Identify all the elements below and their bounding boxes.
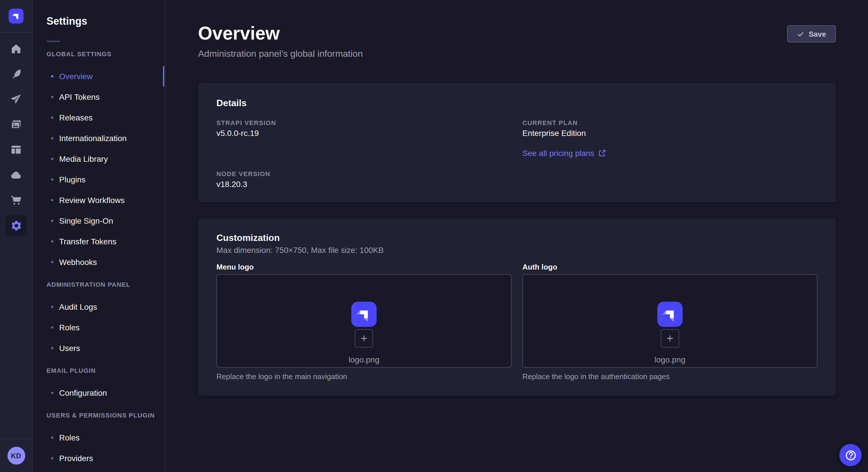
bullet-icon <box>51 220 53 222</box>
sidebar-item-single-sign-on[interactable]: Single Sign-On <box>33 210 165 231</box>
rail-divider-bottom <box>0 439 32 439</box>
bullet-icon <box>51 306 53 308</box>
sidebar-item-label: Media Library <box>59 154 108 164</box>
cloud-icon[interactable] <box>6 165 26 185</box>
bullet-icon <box>51 261 53 263</box>
sidebar-item-label: Internationalization <box>59 134 127 143</box>
auth-logo-add-button[interactable] <box>661 329 679 347</box>
auth-logo-preview <box>657 302 683 327</box>
sidebar-item-releases[interactable]: Releases <box>33 107 165 128</box>
sidebar-item-label: Releases <box>59 113 93 122</box>
section-label: EMAIL PLUGIN <box>46 365 165 376</box>
bullet-icon <box>51 347 53 349</box>
check-icon <box>797 30 804 38</box>
sidebar-item-transfer-tokens[interactable]: Transfer Tokens <box>33 231 165 252</box>
bullet-icon <box>51 75 53 77</box>
strapi-admin: KD Settings GLOBAL SETTINGS Overview API… <box>0 0 868 472</box>
marketplace-cart-icon[interactable] <box>6 190 26 210</box>
page-subtitle: Administration panel’s global informatio… <box>198 48 363 60</box>
field-value: v5.0.0-rc.19 <box>216 129 512 138</box>
section-administration-panel: ADMINISTRATION PANEL Audit Logs Roles Us… <box>33 279 165 359</box>
menu-logo-dropzone[interactable]: logo.png <box>216 274 512 368</box>
sidebar-item-label: Configuration <box>59 388 107 398</box>
sidebar-item-label: API Tokens <box>59 92 100 102</box>
bullet-icon <box>51 240 53 243</box>
sidebar-item-overview[interactable]: Overview <box>33 66 165 87</box>
auth-logo-filename: logo.png <box>654 356 685 364</box>
bullet-icon <box>51 199 53 201</box>
settings-subnav: Settings GLOBAL SETTINGS Overview API To… <box>33 0 165 472</box>
section-email-plugin: EMAIL PLUGIN Configuration <box>33 365 165 403</box>
media-library-images-icon[interactable] <box>6 114 26 135</box>
sidebar-item-api-tokens[interactable]: API Tokens <box>33 87 165 107</box>
main-nav-rail: KD <box>0 0 33 472</box>
section-label: ADMINISTRATION PANEL <box>46 279 165 290</box>
sidebar-item-review-workflows[interactable]: Review Workflows <box>33 190 165 210</box>
subnav-title: Settings <box>46 14 165 28</box>
sidebar-item-label: Roles <box>59 323 80 332</box>
sidebar-item-label: Overview <box>59 72 93 81</box>
menu-logo-label: Menu logo <box>216 263 512 271</box>
strapi-logo[interactable] <box>9 9 24 24</box>
sidebar-item-audit-logs[interactable]: Audit Logs <box>33 297 165 317</box>
help-button[interactable] <box>839 444 862 466</box>
sidebar-item-label: Roles <box>59 433 80 442</box>
bullet-icon <box>51 178 53 181</box>
sidebar-item-label: Transfer Tokens <box>59 237 116 246</box>
section-users-permissions-plugin: USERS & PERMISSIONS PLUGIN Roles Provide… <box>33 410 165 469</box>
details-card-title: Details <box>216 98 817 109</box>
sidebar-item-internationalization[interactable]: Internationalization <box>33 128 165 148</box>
rail-divider <box>0 32 32 33</box>
sidebar-item-label: Providers <box>59 453 93 463</box>
strapi-mark-icon <box>11 11 21 21</box>
pricing-plans-link[interactable]: See all pricing plans <box>522 147 606 159</box>
bullet-icon <box>51 436 53 439</box>
save-button-label: Save <box>809 30 826 38</box>
home-icon[interactable] <box>6 38 26 59</box>
sidebar-item-label: Single Sign-On <box>59 216 113 225</box>
sidebar-item-up-roles[interactable]: Roles <box>33 427 165 448</box>
section-global-settings: GLOBAL SETTINGS Overview API Tokens Rele… <box>33 49 165 272</box>
sidebar-item-plugins[interactable]: Plugins <box>33 169 165 190</box>
question-mark-icon <box>844 449 857 461</box>
sidebar-item-admin-roles[interactable]: Roles <box>33 317 165 338</box>
bullet-icon <box>51 457 53 460</box>
customization-card-title: Customization <box>216 232 817 244</box>
sidebar-item-email-configuration[interactable]: Configuration <box>33 382 165 403</box>
content-type-builder-layout-icon[interactable] <box>6 139 26 160</box>
releases-paper-plane-icon[interactable] <box>6 89 26 109</box>
node-version-field: NODE VERSION v18.20.3 <box>216 170 512 189</box>
sidebar-item-admin-users[interactable]: Users <box>33 338 165 359</box>
bullet-icon <box>51 392 53 394</box>
sidebar-item-label: Users <box>59 343 80 353</box>
auth-logo-hint: Replace the logo in the authentication p… <box>522 373 817 381</box>
auth-logo-label: Auth logo <box>522 263 817 271</box>
section-label: GLOBAL SETTINGS <box>46 49 165 59</box>
auth-logo-dropzone[interactable]: logo.png <box>522 274 817 368</box>
subnav-title-rule <box>46 41 60 42</box>
user-avatar[interactable]: KD <box>7 447 25 465</box>
menu-logo-add-button[interactable] <box>355 329 373 347</box>
sidebar-item-label: Plugins <box>59 175 86 184</box>
pricing-plans-link-label: See all pricing plans <box>522 147 594 159</box>
customization-card: Customization Max dimension: 750×750, Ma… <box>198 218 836 396</box>
main-content: Overview Administration panel’s global i… <box>166 0 868 472</box>
save-button[interactable]: Save <box>787 25 836 42</box>
sidebar-item-media-library[interactable]: Media Library <box>33 148 165 169</box>
content-manager-feather-icon[interactable] <box>6 64 26 84</box>
strapi-mark-icon <box>355 306 373 323</box>
sidebar-item-label: Audit Logs <box>59 302 97 311</box>
section-label: USERS & PERMISSIONS PLUGIN <box>46 410 165 420</box>
sidebar-item-webhooks[interactable]: Webhooks <box>33 252 165 272</box>
menu-logo-column: Menu logo <box>216 255 512 381</box>
details-card: Details STRAPI VERSION v5.0.0-rc.19 CURR… <box>198 83 836 202</box>
bullet-icon <box>51 137 53 139</box>
field-label: CURRENT PLAN <box>522 119 817 127</box>
field-label: NODE VERSION <box>216 170 512 178</box>
field-label: STRAPI VERSION <box>216 119 512 127</box>
bullet-icon <box>51 158 53 160</box>
sidebar-item-up-providers[interactable]: Providers <box>33 448 165 469</box>
settings-gear-icon[interactable] <box>6 215 26 236</box>
bullet-icon <box>51 116 53 119</box>
customization-card-subtitle: Max dimension: 750×750, Max file size: 1… <box>216 245 817 255</box>
